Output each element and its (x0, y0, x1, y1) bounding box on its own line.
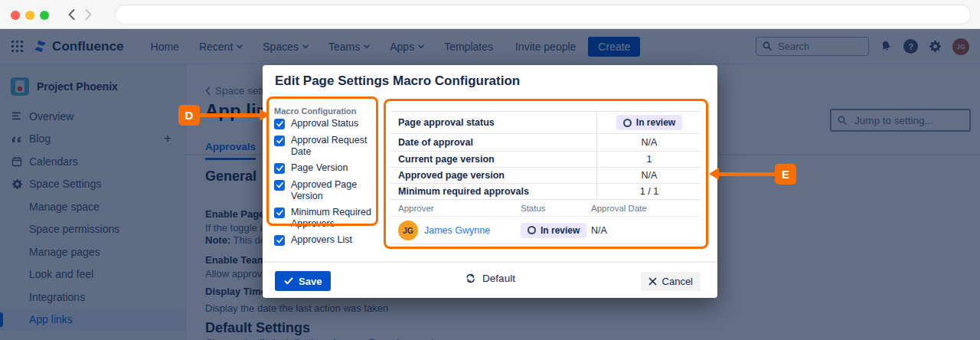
url-bar[interactable] (115, 5, 971, 25)
annotation-label-e: E (775, 164, 796, 185)
cancel-button[interactable]: Cancel (641, 272, 701, 291)
annotation-arrowhead-e (709, 168, 719, 180)
option-approvers-list: Approvers List (274, 234, 383, 246)
browser-back-icon[interactable] (64, 8, 78, 21)
modal-footer: Save Default Cancel (263, 261, 717, 298)
modal-title: Edit Page Settings Macro Configuration (275, 74, 520, 89)
annotation-arrow-d (199, 113, 260, 117)
annotation-label-d: D (178, 105, 200, 126)
browser-chrome (0, 0, 980, 29)
close-icon (648, 277, 657, 286)
check-icon (284, 277, 293, 285)
annotation-outline-preview-table (384, 99, 708, 249)
zoom-window-button[interactable] (40, 11, 49, 20)
annotation-arrow-e (718, 172, 775, 176)
save-button[interactable]: Save (275, 271, 331, 291)
close-window-button[interactable] (11, 11, 20, 20)
minimize-window-button[interactable] (25, 11, 34, 20)
checkbox-checked-icon[interactable] (274, 235, 285, 246)
screenshot-root: Confluence Home Recent Spaces Teams Apps… (0, 0, 980, 340)
window-controls (11, 11, 49, 20)
refresh-icon (465, 273, 476, 284)
default-button[interactable]: Default (465, 273, 515, 284)
browser-forward-icon[interactable] (81, 8, 95, 21)
annotation-outline-config-panel (266, 96, 378, 226)
